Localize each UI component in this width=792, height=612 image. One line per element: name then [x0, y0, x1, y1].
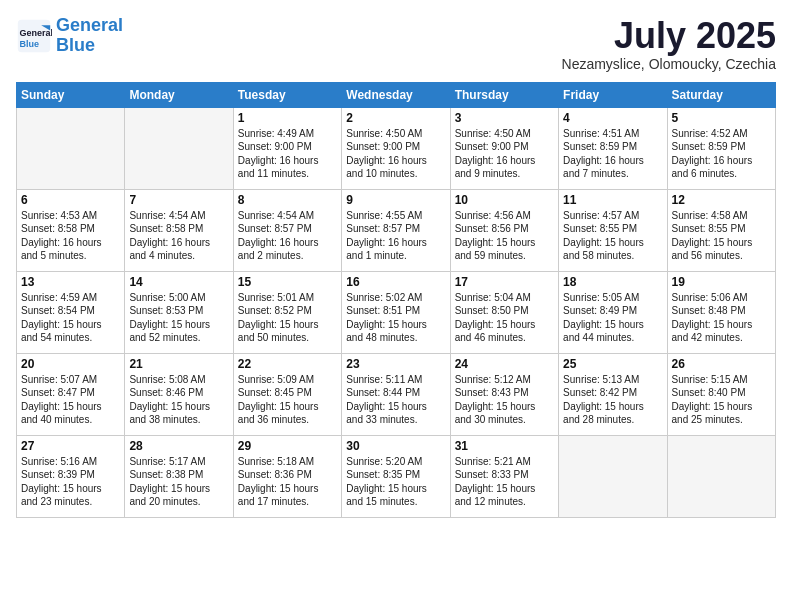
day-number: 5	[672, 111, 771, 125]
day-info: Sunrise: 5:01 AM Sunset: 8:52 PM Dayligh…	[238, 291, 337, 345]
day-number: 6	[21, 193, 120, 207]
day-number: 8	[238, 193, 337, 207]
day-number: 28	[129, 439, 228, 453]
day-info: Sunrise: 4:50 AM Sunset: 9:00 PM Dayligh…	[455, 127, 554, 181]
calendar-cell: 27Sunrise: 5:16 AM Sunset: 8:39 PM Dayli…	[17, 435, 125, 517]
day-number: 29	[238, 439, 337, 453]
calendar-cell	[17, 107, 125, 189]
day-info: Sunrise: 4:59 AM Sunset: 8:54 PM Dayligh…	[21, 291, 120, 345]
day-number: 3	[455, 111, 554, 125]
col-header-saturday: Saturday	[667, 82, 775, 107]
svg-text:General: General	[20, 28, 52, 38]
title-block: July 2025 Nezamyslice, Olomoucky, Czechi…	[562, 16, 776, 72]
day-number: 20	[21, 357, 120, 371]
day-info: Sunrise: 4:57 AM Sunset: 8:55 PM Dayligh…	[563, 209, 662, 263]
day-info: Sunrise: 5:13 AM Sunset: 8:42 PM Dayligh…	[563, 373, 662, 427]
col-header-friday: Friday	[559, 82, 667, 107]
week-row-5: 27Sunrise: 5:16 AM Sunset: 8:39 PM Dayli…	[17, 435, 776, 517]
calendar-table: SundayMondayTuesdayWednesdayThursdayFrid…	[16, 82, 776, 518]
calendar-cell: 30Sunrise: 5:20 AM Sunset: 8:35 PM Dayli…	[342, 435, 450, 517]
calendar-cell: 25Sunrise: 5:13 AM Sunset: 8:42 PM Dayli…	[559, 353, 667, 435]
day-number: 1	[238, 111, 337, 125]
day-info: Sunrise: 4:53 AM Sunset: 8:58 PM Dayligh…	[21, 209, 120, 263]
col-header-tuesday: Tuesday	[233, 82, 341, 107]
logo-icon: General Blue	[16, 18, 52, 54]
col-header-sunday: Sunday	[17, 82, 125, 107]
day-number: 13	[21, 275, 120, 289]
svg-text:Blue: Blue	[20, 39, 40, 49]
week-row-2: 6Sunrise: 4:53 AM Sunset: 8:58 PM Daylig…	[17, 189, 776, 271]
day-info: Sunrise: 5:17 AM Sunset: 8:38 PM Dayligh…	[129, 455, 228, 509]
calendar-cell	[667, 435, 775, 517]
week-row-1: 1Sunrise: 4:49 AM Sunset: 9:00 PM Daylig…	[17, 107, 776, 189]
day-number: 27	[21, 439, 120, 453]
calendar-cell: 31Sunrise: 5:21 AM Sunset: 8:33 PM Dayli…	[450, 435, 558, 517]
calendar-cell: 28Sunrise: 5:17 AM Sunset: 8:38 PM Dayli…	[125, 435, 233, 517]
calendar-cell: 11Sunrise: 4:57 AM Sunset: 8:55 PM Dayli…	[559, 189, 667, 271]
calendar-cell	[559, 435, 667, 517]
day-info: Sunrise: 4:52 AM Sunset: 8:59 PM Dayligh…	[672, 127, 771, 181]
col-header-thursday: Thursday	[450, 82, 558, 107]
day-number: 16	[346, 275, 445, 289]
day-info: Sunrise: 5:12 AM Sunset: 8:43 PM Dayligh…	[455, 373, 554, 427]
day-info: Sunrise: 5:21 AM Sunset: 8:33 PM Dayligh…	[455, 455, 554, 509]
calendar-cell: 9Sunrise: 4:55 AM Sunset: 8:57 PM Daylig…	[342, 189, 450, 271]
day-info: Sunrise: 4:49 AM Sunset: 9:00 PM Dayligh…	[238, 127, 337, 181]
day-info: Sunrise: 4:54 AM Sunset: 8:57 PM Dayligh…	[238, 209, 337, 263]
calendar-cell: 26Sunrise: 5:15 AM Sunset: 8:40 PM Dayli…	[667, 353, 775, 435]
day-info: Sunrise: 5:06 AM Sunset: 8:48 PM Dayligh…	[672, 291, 771, 345]
calendar-cell: 12Sunrise: 4:58 AM Sunset: 8:55 PM Dayli…	[667, 189, 775, 271]
day-number: 22	[238, 357, 337, 371]
logo: General Blue GeneralBlue	[16, 16, 123, 56]
calendar-cell: 8Sunrise: 4:54 AM Sunset: 8:57 PM Daylig…	[233, 189, 341, 271]
day-number: 9	[346, 193, 445, 207]
day-info: Sunrise: 4:54 AM Sunset: 8:58 PM Dayligh…	[129, 209, 228, 263]
day-number: 7	[129, 193, 228, 207]
day-info: Sunrise: 5:05 AM Sunset: 8:49 PM Dayligh…	[563, 291, 662, 345]
calendar-cell: 23Sunrise: 5:11 AM Sunset: 8:44 PM Dayli…	[342, 353, 450, 435]
day-info: Sunrise: 5:04 AM Sunset: 8:50 PM Dayligh…	[455, 291, 554, 345]
location-subtitle: Nezamyslice, Olomoucky, Czechia	[562, 56, 776, 72]
calendar-cell: 13Sunrise: 4:59 AM Sunset: 8:54 PM Dayli…	[17, 271, 125, 353]
day-number: 11	[563, 193, 662, 207]
day-info: Sunrise: 4:50 AM Sunset: 9:00 PM Dayligh…	[346, 127, 445, 181]
calendar-cell: 18Sunrise: 5:05 AM Sunset: 8:49 PM Dayli…	[559, 271, 667, 353]
calendar-cell: 7Sunrise: 4:54 AM Sunset: 8:58 PM Daylig…	[125, 189, 233, 271]
calendar-cell: 10Sunrise: 4:56 AM Sunset: 8:56 PM Dayli…	[450, 189, 558, 271]
calendar-cell: 21Sunrise: 5:08 AM Sunset: 8:46 PM Dayli…	[125, 353, 233, 435]
day-info: Sunrise: 5:09 AM Sunset: 8:45 PM Dayligh…	[238, 373, 337, 427]
col-header-wednesday: Wednesday	[342, 82, 450, 107]
calendar-cell: 20Sunrise: 5:07 AM Sunset: 8:47 PM Dayli…	[17, 353, 125, 435]
day-number: 12	[672, 193, 771, 207]
day-info: Sunrise: 5:00 AM Sunset: 8:53 PM Dayligh…	[129, 291, 228, 345]
col-header-monday: Monday	[125, 82, 233, 107]
calendar-cell: 4Sunrise: 4:51 AM Sunset: 8:59 PM Daylig…	[559, 107, 667, 189]
day-number: 25	[563, 357, 662, 371]
day-info: Sunrise: 5:16 AM Sunset: 8:39 PM Dayligh…	[21, 455, 120, 509]
day-number: 18	[563, 275, 662, 289]
calendar-cell: 22Sunrise: 5:09 AM Sunset: 8:45 PM Dayli…	[233, 353, 341, 435]
day-number: 19	[672, 275, 771, 289]
day-number: 31	[455, 439, 554, 453]
day-number: 14	[129, 275, 228, 289]
day-info: Sunrise: 5:02 AM Sunset: 8:51 PM Dayligh…	[346, 291, 445, 345]
day-info: Sunrise: 4:58 AM Sunset: 8:55 PM Dayligh…	[672, 209, 771, 263]
day-info: Sunrise: 4:55 AM Sunset: 8:57 PM Dayligh…	[346, 209, 445, 263]
calendar-cell: 16Sunrise: 5:02 AM Sunset: 8:51 PM Dayli…	[342, 271, 450, 353]
calendar-cell: 17Sunrise: 5:04 AM Sunset: 8:50 PM Dayli…	[450, 271, 558, 353]
day-info: Sunrise: 5:20 AM Sunset: 8:35 PM Dayligh…	[346, 455, 445, 509]
day-info: Sunrise: 5:15 AM Sunset: 8:40 PM Dayligh…	[672, 373, 771, 427]
day-number: 30	[346, 439, 445, 453]
day-info: Sunrise: 5:07 AM Sunset: 8:47 PM Dayligh…	[21, 373, 120, 427]
day-info: Sunrise: 5:08 AM Sunset: 8:46 PM Dayligh…	[129, 373, 228, 427]
day-info: Sunrise: 4:51 AM Sunset: 8:59 PM Dayligh…	[563, 127, 662, 181]
day-number: 26	[672, 357, 771, 371]
calendar-cell: 29Sunrise: 5:18 AM Sunset: 8:36 PM Dayli…	[233, 435, 341, 517]
calendar-cell: 14Sunrise: 5:00 AM Sunset: 8:53 PM Dayli…	[125, 271, 233, 353]
calendar-cell: 3Sunrise: 4:50 AM Sunset: 9:00 PM Daylig…	[450, 107, 558, 189]
day-number: 4	[563, 111, 662, 125]
day-info: Sunrise: 4:56 AM Sunset: 8:56 PM Dayligh…	[455, 209, 554, 263]
calendar-cell: 15Sunrise: 5:01 AM Sunset: 8:52 PM Dayli…	[233, 271, 341, 353]
calendar-cell: 2Sunrise: 4:50 AM Sunset: 9:00 PM Daylig…	[342, 107, 450, 189]
day-number: 17	[455, 275, 554, 289]
